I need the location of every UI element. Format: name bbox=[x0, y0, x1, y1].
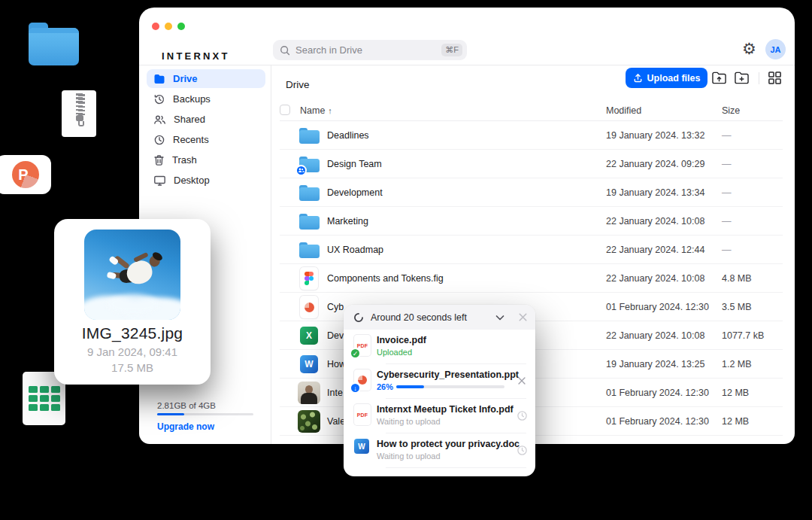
file-size: — bbox=[722, 187, 732, 198]
file-name: Development bbox=[327, 187, 383, 198]
new-folder-icon[interactable] bbox=[734, 71, 750, 85]
file-name: Deadlines bbox=[327, 130, 369, 141]
file-modified: 22 January 2024. 10:08 bbox=[606, 330, 704, 341]
grid-view-icon[interactable] bbox=[768, 71, 782, 85]
settings-gear-icon[interactable]: ⚙ bbox=[742, 41, 756, 56]
image-preview-card[interactable]: IMG_3245.jpg 9 Jan 2024, 09:41 17.5 MB bbox=[54, 219, 211, 385]
shared-badge-icon bbox=[295, 165, 307, 176]
table-row[interactable]: UX Roadmap22 January 2024. 12:44— bbox=[280, 236, 783, 264]
sidebar-item-backups[interactable]: Backups bbox=[147, 90, 265, 108]
sort-ascending-arrow: ↑ bbox=[328, 106, 332, 115]
file-size: 1.2 MB bbox=[722, 359, 752, 369]
upload-item: PDFInternxt Meetup Ticket Info.pdfWaitin… bbox=[344, 399, 535, 433]
upload-time-remaining: Around 20 seconds left bbox=[371, 312, 467, 323]
table-row[interactable]: Components and Tokens.fig22 January 2024… bbox=[280, 264, 783, 293]
file-name: Components and Tokens.fig bbox=[327, 273, 444, 284]
folder-icon bbox=[299, 242, 320, 258]
search-bar[interactable]: ⌘F bbox=[273, 40, 467, 60]
upload-status: Uploaded bbox=[377, 348, 412, 357]
pdf-file-icon: PDF bbox=[354, 404, 371, 425]
sidebar-item-label: Shared bbox=[174, 114, 205, 125]
table-row[interactable]: Marketing22 January 2024. 10:08— bbox=[280, 207, 783, 236]
table-row[interactable]: Deadlines19 January 2024. 13:32— bbox=[280, 121, 783, 150]
cancel-upload-icon[interactable] bbox=[517, 376, 527, 389]
upload-file-name: How to protect your privacy.doc bbox=[377, 439, 520, 449]
sidebar-divider bbox=[271, 65, 271, 444]
file-modified: 01 February 2024. 12:30 bbox=[606, 388, 709, 398]
column-header-size[interactable]: Size bbox=[722, 105, 740, 116]
folder-icon bbox=[299, 128, 320, 144]
select-all-checkbox[interactable] bbox=[280, 105, 290, 115]
file-modified: 22 January 2024. 12:44 bbox=[606, 245, 704, 255]
uploaded-check-icon: ✓ bbox=[350, 348, 361, 359]
file-size: 12 MB bbox=[722, 416, 749, 427]
upload-progress-bar bbox=[396, 385, 504, 388]
minimize-window-button[interactable] bbox=[165, 23, 172, 30]
preview-photo bbox=[84, 230, 180, 320]
preview-date: 9 Jan 2024, 09:41 bbox=[54, 345, 211, 358]
spinner-icon bbox=[353, 312, 364, 323]
column-header-name[interactable]: Name↑ bbox=[300, 105, 332, 116]
sidebar-item-drive[interactable]: Drive bbox=[147, 69, 265, 88]
upload-folder-icon[interactable] bbox=[711, 71, 727, 85]
sidebar-item-label: Recents bbox=[173, 134, 209, 145]
file-size: — bbox=[722, 216, 732, 227]
search-input[interactable] bbox=[295, 44, 441, 56]
upload-file-name: Internxt Meetup Ticket Info.pdf bbox=[377, 404, 514, 415]
storage-progress-bar bbox=[157, 413, 253, 415]
zip-file-icon[interactable] bbox=[62, 90, 96, 137]
file-modified: 22 January 2024. 09:29 bbox=[606, 159, 704, 169]
history-icon bbox=[153, 93, 165, 105]
file-size: 12 MB bbox=[722, 388, 749, 398]
file-modified: 22 January 2024. 10:08 bbox=[606, 216, 704, 227]
upload-item: PDF✓Invoice.pdfUploaded bbox=[344, 330, 535, 364]
shared-folder-icon bbox=[299, 157, 320, 172]
toolbar-separator bbox=[759, 72, 759, 84]
user-avatar[interactable]: JA bbox=[765, 39, 786, 59]
upload-files-button[interactable]: Upload files bbox=[626, 68, 707, 88]
table-row[interactable]: Design Team22 January 2024. 09:29— bbox=[280, 150, 783, 178]
sidebar-item-recents[interactable]: Recents bbox=[147, 130, 265, 149]
upload-items-list: PDF✓Invoice.pdfUploaded↓Cybersecurity_Pr… bbox=[344, 330, 535, 468]
photo-thumbnail bbox=[298, 410, 320, 433]
folder-icon bbox=[153, 73, 165, 85]
upload-item: ↓Cybersecurity_Presentation.ppt26% bbox=[344, 364, 535, 399]
folder-icon bbox=[299, 214, 320, 230]
upload-progress-popup: Around 20 seconds left PDF✓Invoice.pdfUp… bbox=[344, 305, 535, 476]
photo-thumbnail bbox=[298, 382, 320, 404]
header-divider bbox=[139, 65, 795, 65]
sidebar-item-label: Backups bbox=[173, 93, 211, 105]
sidebar-item-trash[interactable]: Trash bbox=[147, 151, 265, 169]
close-popup-icon[interactable] bbox=[517, 312, 529, 323]
column-header-modified[interactable]: Modified bbox=[606, 105, 641, 116]
file-size: 1077.7 kB bbox=[722, 330, 764, 341]
upload-item: WHow to protect your privacy.docWaiting … bbox=[344, 433, 535, 468]
powerpoint-file-icon[interactable]: P bbox=[0, 155, 51, 194]
clock-icon bbox=[153, 134, 165, 146]
upload-status: Waiting to upload bbox=[377, 452, 441, 461]
sidebar-item-shared[interactable]: Shared bbox=[147, 110, 265, 129]
chevron-down-icon[interactable] bbox=[494, 312, 506, 324]
sidebar-item-label: Drive bbox=[173, 73, 198, 84]
table-row[interactable]: Development19 January 2024. 13:34— bbox=[280, 178, 783, 207]
sidebar-item-label: Trash bbox=[172, 154, 197, 166]
word-file-icon: W bbox=[354, 439, 369, 454]
file-name: Vale bbox=[327, 416, 345, 427]
zipper-teeth bbox=[76, 93, 83, 114]
sidebar-nav: DriveBackupsSharedRecentsTrashDesktop bbox=[147, 69, 265, 191]
file-size: 3.5 MB bbox=[722, 302, 752, 312]
close-window-button[interactable] bbox=[152, 23, 159, 30]
zoom-window-button[interactable] bbox=[177, 23, 185, 30]
upgrade-now-link[interactable]: Upgrade now bbox=[157, 421, 214, 432]
spreadsheet-grid bbox=[29, 386, 60, 411]
upload-file-name: Invoice.pdf bbox=[377, 335, 426, 345]
sidebar-item-desktop[interactable]: Desktop bbox=[147, 171, 265, 190]
search-icon bbox=[280, 45, 290, 56]
upload-button-label: Upload files bbox=[647, 73, 701, 84]
file-name: UX Roadmap bbox=[327, 245, 383, 255]
upload-file-name: Cybersecurity_Presentation.ppt bbox=[377, 369, 519, 380]
search-shortcut-badge: ⌘F bbox=[441, 44, 462, 56]
internxt-logo: INTERNXT bbox=[162, 50, 230, 62]
desktop-folder-icon[interactable] bbox=[29, 23, 79, 65]
figma-file-icon bbox=[300, 267, 318, 290]
